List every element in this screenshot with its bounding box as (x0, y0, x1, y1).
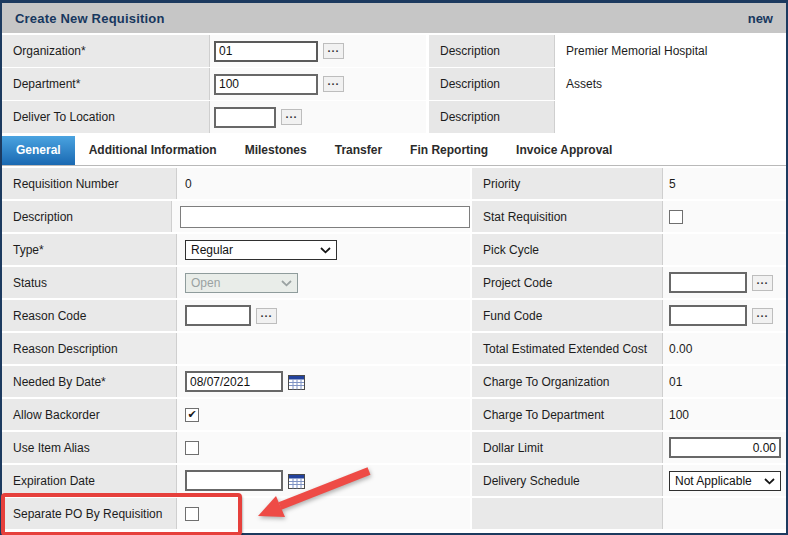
tab-milestones[interactable]: Milestones (231, 136, 321, 165)
header-form: Organization* ... Description Premier Me… (2, 35, 786, 133)
needed-by-date-label: Needed By Date* (2, 366, 177, 397)
project-code-input[interactable] (669, 272, 747, 293)
delivery-schedule-select[interactable]: Not Applicable (669, 471, 781, 491)
requisition-number-label: Requisition Number (2, 168, 177, 199)
requisition-number-value: 0 (185, 177, 192, 191)
tab-fin-reporting[interactable]: Fin Reporting (396, 136, 502, 165)
fund-code-input[interactable] (669, 305, 747, 326)
delivery-schedule-label: Delivery Schedule (472, 465, 663, 496)
tab-additional-information[interactable]: Additional Information (75, 136, 231, 165)
calendar-icon[interactable] (288, 473, 305, 489)
tab-general[interactable]: General (2, 136, 75, 165)
fund-code-label: Fund Code (472, 300, 663, 331)
deliver-description-label: Description (429, 101, 555, 133)
right-column: Priority 5 Stat Requisition Pick Cycle P… (472, 168, 786, 531)
status-label: Status (2, 267, 177, 298)
use-item-alias-checkbox[interactable] (185, 441, 199, 455)
reason-description-label: Reason Description (2, 333, 177, 364)
organization-description-label: Description (429, 35, 555, 67)
dollar-limit-input[interactable] (669, 437, 781, 458)
department-label: Department* (2, 68, 210, 100)
deliver-to-location-input[interactable] (214, 107, 276, 128)
organization-row: Organization* ... Description Premier Me… (2, 35, 786, 67)
use-item-alias-label: Use Item Alias (2, 432, 177, 463)
chevron-down-icon (281, 276, 292, 290)
status-select: Open (185, 273, 298, 293)
calendar-icon[interactable] (288, 374, 305, 390)
fund-code-lookup-button[interactable]: ... (752, 308, 773, 324)
department-description-value: Assets (555, 68, 786, 100)
new-link[interactable]: new (748, 11, 773, 26)
reason-code-label: Reason Code (2, 300, 177, 331)
needed-by-date-input[interactable] (185, 371, 283, 392)
organization-input[interactable] (214, 41, 318, 62)
organization-label: Organization* (2, 35, 210, 67)
requisition-window: Create New Requisition new Organization*… (0, 0, 788, 535)
chevron-down-icon (764, 474, 775, 488)
charge-to-organization-value: 01 (669, 375, 682, 389)
separate-po-by-requisition-label: Separate PO By Requisition (2, 498, 177, 529)
empty-row-label (472, 498, 663, 529)
tab-transfer[interactable]: Transfer (321, 136, 396, 165)
department-row: Department* ... Description Assets (2, 68, 786, 100)
tab-bar: General Additional Information Milestone… (2, 134, 786, 166)
organization-lookup-button[interactable]: ... (323, 43, 344, 59)
expiration-date-label: Expiration Date (2, 465, 177, 496)
allow-backorder-checkbox[interactable]: ✔ (185, 408, 199, 422)
expiration-date-input[interactable] (185, 470, 283, 491)
separate-po-by-requisition-checkbox[interactable] (185, 507, 199, 521)
deliver-to-location-row: Deliver To Location ... Description (2, 101, 786, 133)
charge-to-department-value: 100 (669, 408, 689, 422)
department-lookup-button[interactable]: ... (323, 76, 344, 92)
priority-value: 5 (669, 177, 676, 191)
stat-requisition-checkbox[interactable] (669, 210, 683, 224)
department-description-label: Description (429, 68, 555, 100)
deliver-to-location-lookup-button[interactable]: ... (281, 109, 302, 125)
type-label: Type* (2, 234, 177, 265)
organization-description-value: Premier Memorial Hospital (555, 35, 786, 67)
deliver-description-value (555, 101, 786, 133)
left-column: Requisition Number 0 Description Type* R… (2, 168, 470, 531)
charge-to-department-label: Charge To Department (472, 399, 663, 430)
project-code-label: Project Code (472, 267, 663, 298)
department-input[interactable] (214, 74, 318, 95)
description-label: Description (2, 201, 172, 232)
type-select[interactable]: Regular (185, 240, 337, 260)
description-input[interactable] (180, 206, 470, 228)
reason-code-lookup-button[interactable]: ... (256, 308, 277, 324)
allow-backorder-label: Allow Backorder (2, 399, 177, 430)
project-code-lookup-button[interactable]: ... (752, 275, 773, 291)
reason-code-input[interactable] (185, 305, 251, 326)
total-estimated-extended-cost-label: Total Estimated Extended Cost (472, 333, 663, 364)
pick-cycle-label: Pick Cycle (472, 234, 663, 265)
general-tab-panel: Requisition Number 0 Description Type* R… (2, 168, 786, 531)
total-estimated-extended-cost-value: 0.00 (669, 342, 692, 356)
deliver-to-location-label: Deliver To Location (2, 101, 210, 133)
stat-requisition-label: Stat Requisition (472, 201, 663, 232)
dollar-limit-label: Dollar Limit (472, 432, 663, 463)
charge-to-organization-label: Charge To Organization (472, 366, 663, 397)
title-bar: Create New Requisition new (2, 3, 786, 35)
page-title: Create New Requisition (15, 11, 165, 26)
chevron-down-icon (320, 243, 331, 257)
priority-label: Priority (472, 168, 663, 199)
tab-invoice-approval[interactable]: Invoice Approval (502, 136, 626, 165)
